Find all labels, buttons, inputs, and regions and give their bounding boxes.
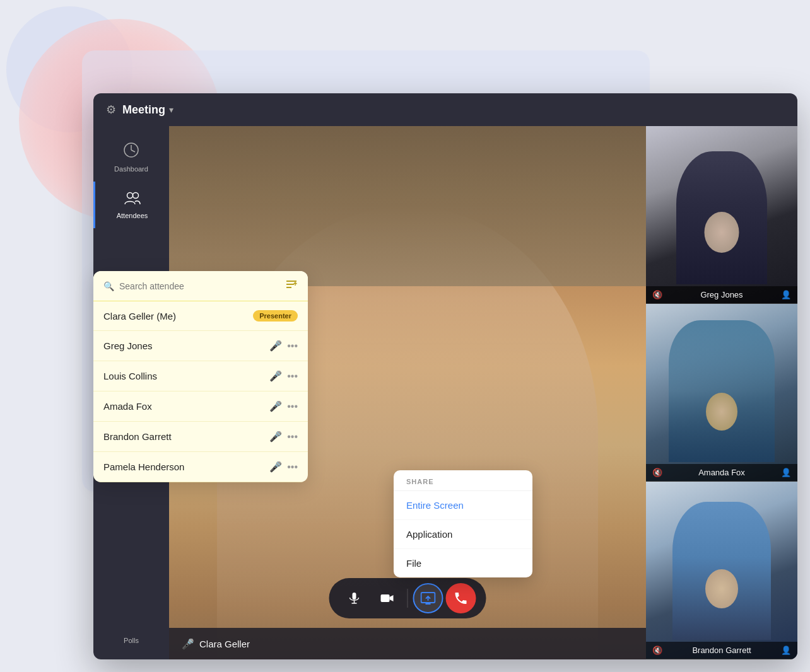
camera-icon-greg: 👤 xyxy=(781,290,791,299)
more-icon-brandon[interactable]: ••• xyxy=(287,431,298,443)
title-bar: ⚙ Meeting ▾ xyxy=(93,93,797,126)
attendee-search-bar: 🔍 xyxy=(93,271,308,301)
attendee-row-brandon[interactable]: Brandon Garrett 🎤 ••• xyxy=(93,422,308,452)
chevron-down-icon[interactable]: ▾ xyxy=(169,105,173,115)
sidebar-item-polls[interactable]: Polls xyxy=(93,628,169,653)
search-icon: 🔍 xyxy=(103,281,114,291)
more-icon-greg[interactable]: ••• xyxy=(287,340,298,352)
muted-icon-amanda: 🔇 xyxy=(652,468,662,477)
brandon-garrett-name: Brandon Garrett xyxy=(692,646,751,655)
share-entire-screen[interactable]: Entire Screen xyxy=(394,491,532,520)
attendees-icon xyxy=(124,190,141,209)
presenter-badge: Presenter xyxy=(253,310,298,322)
search-attendee-input[interactable] xyxy=(119,281,280,291)
attendee-panel: 🔍 Clara Geller (Me) Presenter Greg Jones… xyxy=(93,271,308,482)
participant-video-amanda: 🔇 Amanda Fox 👤 xyxy=(646,304,797,482)
amanda-fox-name: Amanda Fox xyxy=(698,468,745,477)
muted-icon-brandon: 🔇 xyxy=(652,646,662,655)
attendee-name-greg: Greg Jones xyxy=(103,340,269,351)
share-screen-button[interactable] xyxy=(413,583,443,613)
attendee-name-pamela: Pamela Henderson xyxy=(103,461,269,472)
attendees-label: Attendees xyxy=(117,212,148,219)
sort-icon[interactable] xyxy=(285,279,298,293)
attendee-row-amada[interactable]: Amada Fox 🎤 ••• xyxy=(93,391,308,422)
attendee-name-clara: Clara Geller (Me) xyxy=(103,311,253,322)
sidebar-item-dashboard[interactable]: Dashboard xyxy=(93,132,169,182)
mic-icon-louis: 🎤 xyxy=(269,370,282,382)
polls-label: Polls xyxy=(124,637,139,644)
attendee-row-greg[interactable]: Greg Jones 🎤 ••• xyxy=(93,331,308,361)
share-file[interactable]: File xyxy=(394,549,532,577)
attendee-name-louis: Louis Collins xyxy=(103,371,269,381)
svg-rect-3 xyxy=(353,593,356,600)
share-application[interactable]: Application xyxy=(394,520,532,549)
dashboard-label: Dashboard xyxy=(114,165,148,173)
sidebar-item-attendees[interactable]: Attendees xyxy=(93,182,169,228)
attendee-name-brandon: Brandon Garrett xyxy=(103,431,269,442)
mic-icon-greg: 🎤 xyxy=(269,340,282,352)
control-divider xyxy=(408,589,408,608)
participant-video-brandon: 🔇 Brandon Garrett 👤 xyxy=(646,482,797,659)
brandon-garrett-name-bar: 🔇 Brandon Garrett 👤 xyxy=(646,642,797,659)
camera-button[interactable] xyxy=(372,583,402,613)
amanda-fox-name-bar: 🔇 Amanda Fox 👤 xyxy=(646,464,797,481)
attendee-row-pamela[interactable]: Pamela Henderson 🎤 ••• xyxy=(93,452,308,482)
mic-icon-brandon: 🎤 xyxy=(269,431,282,443)
app-title: Meeting xyxy=(122,103,165,117)
attendee-row-louis[interactable]: Louis Collins 🎤 ••• xyxy=(93,361,308,391)
mic-on-icon: 🎤 xyxy=(182,638,194,650)
more-icon-louis[interactable]: ••• xyxy=(287,371,298,382)
greg-jones-name-bar: 🔇 Greg Jones 👤 xyxy=(646,286,797,303)
camera-icon-amanda: 👤 xyxy=(781,468,791,477)
mic-icon-pamela: 🎤 xyxy=(269,461,282,473)
more-icon-amada[interactable]: ••• xyxy=(287,401,298,412)
share-menu-header: SHARE xyxy=(394,470,532,491)
presenter-name-text: Clara Geller xyxy=(199,639,250,649)
presenter-name-display: 🎤 Clara Geller xyxy=(182,638,250,650)
svg-point-2 xyxy=(132,193,138,199)
microphone-button[interactable] xyxy=(339,583,370,613)
muted-icon-greg: 🔇 xyxy=(652,290,662,299)
participant-video-greg: 🔇 Greg Jones 👤 xyxy=(646,126,797,304)
bottom-name-bar: 🎤 Clara Geller xyxy=(169,628,646,659)
right-panel: 🔇 Greg Jones 👤 🔇 Amanda Fox 👤 xyxy=(646,126,797,659)
camera-icon-brandon: 👤 xyxy=(781,646,791,655)
svg-point-1 xyxy=(127,193,132,199)
dashboard-icon xyxy=(122,141,140,163)
svg-rect-6 xyxy=(381,594,390,602)
attendee-row-clara[interactable]: Clara Geller (Me) Presenter xyxy=(93,301,308,331)
end-call-button[interactable] xyxy=(446,583,476,613)
attendee-name-amada: Amada Fox xyxy=(103,401,269,412)
mic-icon-amada: 🎤 xyxy=(269,400,282,412)
settings-icon: ⚙ xyxy=(106,103,116,117)
greg-jones-name: Greg Jones xyxy=(700,290,742,299)
more-icon-pamela[interactable]: ••• xyxy=(287,461,298,473)
share-dropdown: SHARE Entire Screen Application File xyxy=(394,470,532,577)
control-bar xyxy=(329,578,486,618)
